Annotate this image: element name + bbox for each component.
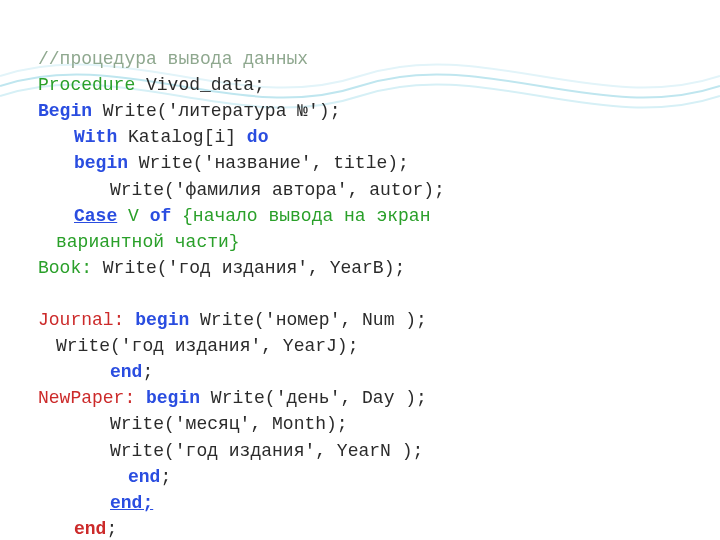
code-line: end; — [38, 362, 153, 382]
code-line: Write('фамилия автора', autor); — [38, 180, 445, 200]
code-line: end; — [38, 519, 117, 539]
code-block: //процедура вывода данных Procedure Vivo… — [38, 20, 445, 540]
code-line: вариантной части} — [38, 232, 240, 252]
code-line: Write('месяц', Month); — [38, 414, 348, 434]
code-line: With Katalog[i] do — [38, 127, 268, 147]
code-line: NewPaper: begin Write('день', Day ); — [38, 388, 427, 408]
code-line: Book: Write('год издания', YearB); — [38, 258, 405, 278]
code-line: begin Write('название', title); — [38, 153, 409, 173]
code-line: Begin Write('литература №'); — [38, 101, 340, 121]
code-line: end; — [38, 493, 153, 513]
code-line: end; — [38, 467, 171, 487]
code-line: Procedure Vivod_data; — [38, 75, 265, 95]
code-line: Write('год издания', YearN ); — [38, 441, 423, 461]
code-line: //процедура вывода данных — [38, 49, 308, 69]
code-line: Case V of {начало вывода на экран — [38, 206, 430, 226]
code-line — [38, 284, 49, 304]
code-line: Write('год издания', YearJ); — [38, 336, 358, 356]
code-line: Journal: begin Write('номер', Num ); — [38, 310, 427, 330]
